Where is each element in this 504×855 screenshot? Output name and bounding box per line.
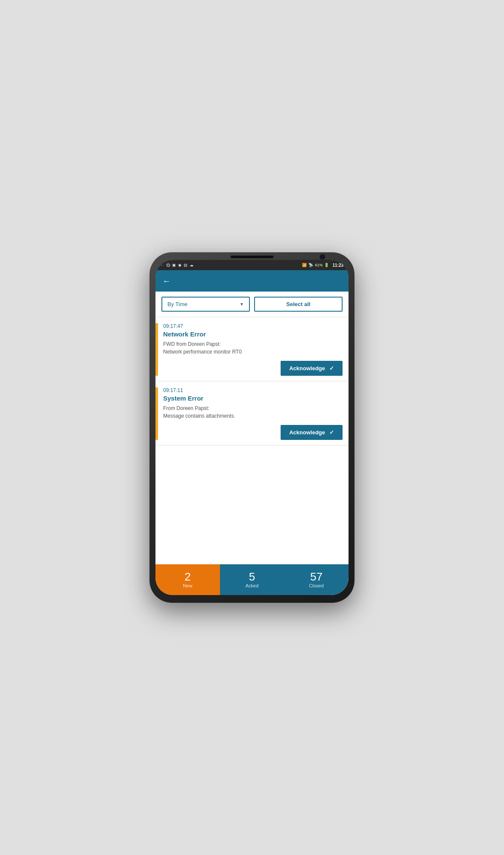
alert-severity-indicator: [155, 323, 158, 376]
alert-title: System Error: [163, 395, 343, 402]
alert-body: 09:17:47 Network Error FWD from Doreen P…: [163, 323, 343, 376]
new-count: 2: [185, 571, 190, 582]
status-bar: ··· ⏻ ▣ ◉ ▤ ☁ 📶 📡 61% 🔋 11:23: [155, 260, 349, 270]
wifi-icon: 📶: [302, 263, 307, 267]
front-camera: [320, 255, 325, 259]
bottom-tab-bar: 2 New 5 Acked 57 Closed: [155, 564, 349, 595]
closed-label: Closed: [309, 583, 324, 588]
tab-new[interactable]: 2 New: [155, 564, 220, 595]
status-right-icons: 📶 📡 61% 🔋 11:23: [302, 263, 343, 268]
chevron-down-icon: ▼: [240, 302, 244, 307]
circle-icon: ◉: [178, 263, 182, 267]
new-label: New: [183, 583, 192, 588]
checkmark-icon: ✓: [329, 365, 334, 371]
alert-item: 09:17:47 Network Error FWD from Doreen P…: [155, 317, 349, 381]
phone-screen: ··· ⏻ ▣ ◉ ▤ ☁ 📶 📡 61% 🔋 11:23 ←: [155, 260, 349, 595]
speaker-grill: [231, 256, 273, 258]
closed-count: 57: [310, 571, 322, 582]
alert-message: From Doreen Papst:Message contains attac…: [163, 404, 343, 420]
image-icon: ▣: [172, 263, 176, 267]
signal-icon: 📡: [308, 263, 313, 267]
sort-label: By Time: [167, 301, 188, 307]
back-button[interactable]: ←: [162, 276, 171, 286]
alert-title: Network Error: [163, 330, 343, 338]
tab-closed[interactable]: 57 Closed: [284, 564, 349, 595]
alert-timestamp: 09:17:11: [163, 387, 343, 393]
clipboard-icon: ▤: [184, 263, 188, 267]
alerts-list: 09:17:47 Network Error FWD from Doreen P…: [155, 317, 349, 564]
app-header: ←: [155, 270, 349, 292]
clock: 11:23: [332, 263, 343, 268]
status-left-icons: ··· ⏻ ▣ ◉ ▤ ☁: [161, 263, 193, 267]
acknowledge-button[interactable]: Acknowledge ✓: [281, 361, 343, 376]
acknowledge-label: Acknowledge: [289, 365, 325, 371]
acknowledge-label: Acknowledge: [289, 429, 325, 436]
acked-label: Acked: [246, 583, 259, 588]
app-screen: ··· ⏻ ▣ ◉ ▤ ☁ 📶 📡 61% 🔋 11:23 ←: [155, 260, 349, 595]
battery-indicator: 61%: [315, 263, 322, 267]
alert-severity-indicator: [155, 387, 158, 440]
tab-acked[interactable]: 5 Acked: [220, 564, 284, 595]
power-icon: ⏻: [166, 263, 170, 267]
cloud-icon: ☁: [190, 263, 193, 267]
alert-timestamp: 09:17:47: [163, 323, 343, 329]
checkmark-icon: ✓: [329, 429, 334, 436]
battery-icon: 🔋: [324, 263, 329, 267]
alert-item: 09:17:11 System Error From Doreen Papst:…: [155, 381, 349, 445]
acked-count: 5: [249, 571, 255, 582]
acknowledge-button[interactable]: Acknowledge ✓: [281, 425, 343, 440]
sort-by-time-button[interactable]: By Time ▼: [161, 297, 250, 312]
select-all-button[interactable]: Select all: [254, 297, 343, 312]
toolbar: By Time ▼ Select all: [155, 292, 349, 317]
notification-icon: ···: [161, 263, 164, 267]
alert-message: FWD from Doreen Papst:Network performanc…: [163, 340, 343, 356]
phone-frame: ··· ⏻ ▣ ◉ ▤ ☁ 📶 📡 61% 🔋 11:23 ←: [149, 252, 355, 603]
alert-body: 09:17:11 System Error From Doreen Papst:…: [163, 387, 343, 440]
main-content: By Time ▼ Select all 09:17:47 Network Er…: [155, 292, 349, 595]
